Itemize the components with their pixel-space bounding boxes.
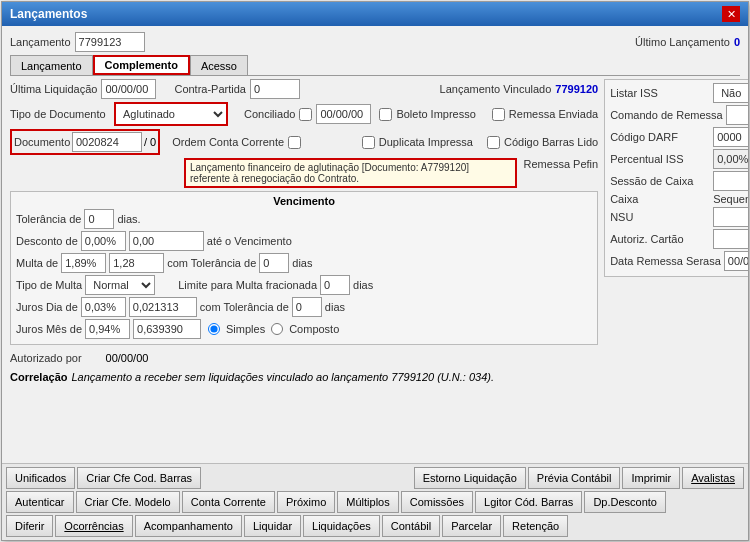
percentual-iss-input[interactable] — [713, 149, 748, 169]
multa-days-input[interactable] — [259, 253, 289, 273]
simples-radio[interactable] — [208, 323, 220, 335]
btn-unificados[interactable]: Unificados — [6, 467, 75, 489]
sessao-caixa-input[interactable] — [713, 171, 748, 191]
comando-remessa-input[interactable] — [726, 105, 748, 125]
btn-autenticar[interactable]: Autenticar — [6, 491, 74, 513]
juros-dia-dias-label: dias — [325, 301, 345, 313]
btn-row-1: Unificados Criar Cfe Cod. Barras Estorno… — [6, 467, 744, 489]
juros-dia-row: Juros Dia de com Tolerância de dias — [16, 297, 592, 317]
ordem-conta-corrente-checkbox[interactable] — [288, 136, 301, 149]
btn-previa-contabil[interactable]: Prévia Contábil — [528, 467, 621, 489]
duplicata-impressa-label: Duplicata Impressa — [379, 136, 473, 148]
sessao-caixa-label: Sessão de Caixa — [610, 175, 710, 187]
tab-complemento[interactable]: Complemento — [93, 55, 190, 75]
desconto-pct-input[interactable] — [81, 231, 126, 251]
limite-multa-label: Limite para Multa fracionada — [178, 279, 317, 291]
boleto-impresso-checkbox[interactable] — [379, 108, 392, 121]
tab-row: Lançamento Complemento Acesso — [10, 55, 740, 76]
limite-multa-days-input[interactable] — [320, 275, 350, 295]
btn-contabil[interactable]: Contábil — [382, 515, 440, 537]
btn-conta-corrente[interactable]: Conta Corrente — [182, 491, 275, 513]
tipo-documento-select[interactable]: Aglutinado — [116, 104, 226, 124]
vencimento-title: Vencimento — [16, 195, 592, 207]
btn-criar-cfe-modelo[interactable]: Criar Cfe. Modelo — [76, 491, 180, 513]
btn-row-2: Autenticar Criar Cfe. Modelo Conta Corre… — [6, 491, 744, 513]
liquidacao-row: Última Liquidação Contra-Partida Lançame… — [10, 79, 598, 99]
codigo-barras-lido-label: Código Barras Lido — [504, 136, 598, 148]
desconto-row: Desconto de até o Vencimento — [16, 231, 592, 251]
conciliado-checkbox[interactable] — [299, 108, 312, 121]
juros-dia-pct-input[interactable] — [81, 297, 126, 317]
message-box: Lançamento financeiro de aglutinação [Do… — [184, 158, 517, 188]
multa-label: Multa de — [16, 257, 58, 269]
btn-proximo[interactable]: Próximo — [277, 491, 335, 513]
btn-lgitor-cod-barras[interactable]: Lgitor Cód. Barras — [475, 491, 582, 513]
ocorrencias-label-inner: Ocorrências — [64, 520, 123, 532]
btn-dp-desconto[interactable]: Dp.Desconto — [584, 491, 666, 513]
tipo-multa-select[interactable]: Normal — [85, 275, 155, 295]
juros-dia-value-input[interactable] — [129, 297, 197, 317]
autoriz-cartao-input[interactable] — [713, 229, 748, 249]
data-remessa-row: Data Remessa Serasa — [610, 251, 748, 271]
btn-liquidar[interactable]: Liquidar — [244, 515, 301, 537]
btn-liquidacoes[interactable]: Liquidações — [303, 515, 380, 537]
percentual-iss-row: Percentual ISS — [610, 149, 748, 169]
correlacao-label: Correlação — [10, 371, 67, 383]
codigo-barras-lido-checkbox[interactable] — [487, 136, 500, 149]
juros-mes-value-input[interactable] — [133, 319, 201, 339]
juros-mes-pct-input[interactable] — [85, 319, 130, 339]
multa-value-input[interactable] — [109, 253, 164, 273]
ultimo-label: Último Lançamento — [635, 36, 730, 48]
btn-multiplos[interactable]: Múltiplos — [337, 491, 398, 513]
juros-dia-label: Juros Dia de — [16, 301, 78, 313]
tab-acesso[interactable]: Acesso — [190, 55, 248, 75]
codigo-darf-input[interactable] — [713, 127, 748, 147]
limite-multa-dias-label: dias — [353, 279, 373, 291]
nsu-input[interactable] — [713, 207, 748, 227]
tab-lancamento[interactable]: Lançamento — [10, 55, 93, 75]
avalistas-label-inner: Avalistas — [691, 472, 735, 484]
desconto-value-input[interactable] — [129, 231, 204, 251]
juros-dia-days-input[interactable] — [292, 297, 322, 317]
conciliado-label: Conciliado — [244, 108, 295, 120]
autorizado-row: Autorizado por 00/00/00 — [10, 352, 598, 364]
documento-input[interactable] — [72, 132, 142, 152]
duplicata-impressa-checkbox[interactable] — [362, 136, 375, 149]
tolerancia-days-input[interactable] — [84, 209, 114, 229]
documento-label: Documento — [14, 136, 72, 148]
tolerancia-suffix: dias. — [117, 213, 140, 225]
caixa-row: Caixa Sequencial Turno — [610, 193, 748, 205]
btn-diferir[interactable]: Diferir — [6, 515, 53, 537]
btn-ocorrencias[interactable]: Ocorrências — [55, 515, 132, 537]
autorizado-value: 00/00/00 — [106, 352, 149, 364]
ultima-liquidacao-label: Última Liquidação — [10, 83, 97, 95]
main-grid: Última Liquidação Contra-Partida Lançame… — [10, 79, 740, 457]
juros-dia-com-label: com Tolerância de — [200, 301, 289, 313]
ultima-liquidacao-input[interactable] — [101, 79, 156, 99]
composto-radio[interactable] — [271, 323, 283, 335]
btn-retencao[interactable]: Retenção — [503, 515, 568, 537]
btn-comissoes[interactable]: Comissões — [401, 491, 473, 513]
listar-iss-select[interactable]: Não Sim — [713, 83, 748, 103]
data-remessa-input[interactable] — [724, 251, 748, 271]
close-button[interactable]: ✕ — [722, 6, 740, 22]
lancamento-vinculado-label: Lançamento Vinculado — [440, 83, 552, 95]
lancamento-input[interactable] — [75, 32, 145, 52]
btn-imprimir[interactable]: Imprimir — [622, 467, 680, 489]
listar-iss-row: Listar ISS Não Sim — [610, 83, 748, 103]
btn-parcelar[interactable]: Parcelar — [442, 515, 501, 537]
right-column: Listar ISS Não Sim Comando de Remessa Có… — [604, 79, 748, 457]
simples-composto-group: Simples Composto — [208, 323, 339, 335]
multa-pct-input[interactable] — [61, 253, 106, 273]
contra-partida-input[interactable] — [250, 79, 300, 99]
btn-criar-cfe-cod-barras[interactable]: Criar Cfe Cod. Barras — [77, 467, 201, 489]
conciliado-date-input[interactable] — [316, 104, 371, 124]
contra-partida-label: Contra-Partida — [174, 83, 246, 95]
btn-acompanhamento[interactable]: Acompanhamento — [135, 515, 242, 537]
btn-estorno-liquidacao[interactable]: Estorno Liquidação — [414, 467, 526, 489]
tipo-multa-label: Tipo de Multa — [16, 279, 82, 291]
nsu-label: NSU — [610, 211, 710, 223]
btn-avalistas[interactable]: Avalistas — [682, 467, 744, 489]
tolerancia-row: Tolerância de dias. — [16, 209, 592, 229]
remessa-enviada-checkbox[interactable] — [492, 108, 505, 121]
